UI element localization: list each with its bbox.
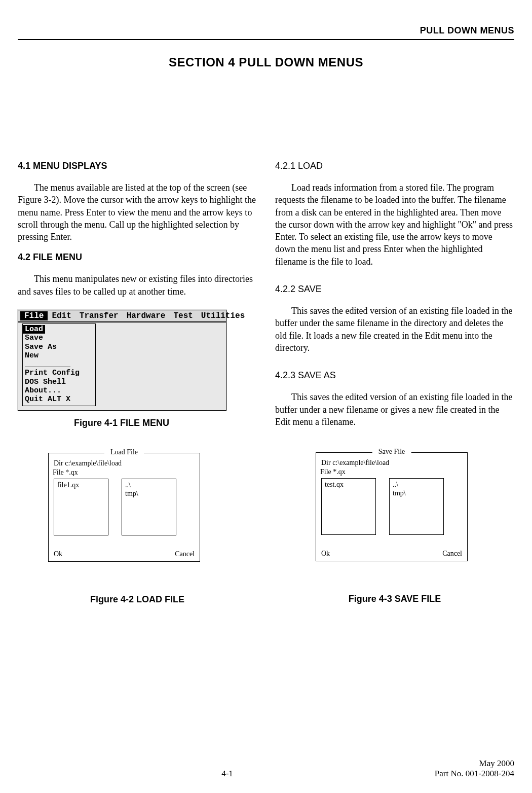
dropdown-quit: Quit ALT X xyxy=(25,395,93,404)
dropdown-save-as: Save As xyxy=(25,343,93,351)
heading-4-2-3: 4.2.3 SAVE AS xyxy=(275,370,514,381)
load-cancel-button: Cancel xyxy=(175,550,195,558)
running-header: PULL DOWN MENUS xyxy=(18,25,514,36)
load-file-panes: file1.qx ..\ tmp\ xyxy=(54,479,195,535)
footer-date: May 2000 xyxy=(435,759,514,769)
save-dir-item-1: ..\ xyxy=(393,481,440,489)
figure-4-1-caption: Figure 4-1 FILE MENU xyxy=(18,418,225,428)
menu-utilities: Utilities xyxy=(197,311,249,320)
save-dir-list-pane: ..\ tmp\ xyxy=(389,478,444,535)
menu-hardware: Hardware xyxy=(123,311,170,320)
heading-4-2: 4.2 FILE MENU xyxy=(18,252,257,263)
page-footer: .. 4-1 May 2000 Part No. 001-2008-204 xyxy=(18,759,514,779)
dropdown-new: New xyxy=(25,351,93,360)
dropdown-print-config: Print Config xyxy=(25,369,93,377)
footer-right: May 2000 Part No. 001-2008-204 xyxy=(435,759,514,779)
load-file-dialog: Load File Dir c:\example\file\load File … xyxy=(48,453,200,562)
load-file-buttons: Ok Cancel xyxy=(54,550,195,558)
paragraph-4-2: This menu manipulates new or existing fi… xyxy=(18,273,257,298)
load-file-dir: Dir c:\example\file\load xyxy=(54,459,195,467)
paragraph-4-2-2: This saves the edited version of an exis… xyxy=(275,305,514,354)
menu-transfer: Transfer xyxy=(75,311,123,320)
heading-4-1: 4.1 MENU DISPLAYS xyxy=(18,161,257,171)
right-column: 4.2.1 LOAD Load reads information from a… xyxy=(275,161,514,605)
save-file-dialog: Save File Dir c:\example\file\load File … xyxy=(316,452,468,561)
left-column: 4.1 MENU DISPLAYS The menus available ar… xyxy=(18,161,257,605)
footer-partno: Part No. 001-2008-204 xyxy=(435,769,514,779)
two-column-layout: 4.1 MENU DISPLAYS The menus available ar… xyxy=(18,161,514,605)
save-cancel-button: Cancel xyxy=(442,550,462,558)
load-ok-button: Ok xyxy=(54,550,62,558)
save-file-item-1: test.qx xyxy=(325,481,372,489)
dropdown-save: Save xyxy=(25,334,93,342)
save-file-list-pane: test.qx xyxy=(321,478,376,535)
paragraph-4-2-1: Load reads information from a stored fil… xyxy=(275,182,514,268)
save-file-dir: Dir c:\example\file\load xyxy=(321,459,462,467)
menu-test: Test xyxy=(169,311,197,320)
load-file-title: Load File xyxy=(104,448,144,456)
save-file-label: File *.qx xyxy=(320,468,462,476)
figure-4-3-caption: Figure 4-3 SAVE FILE xyxy=(275,594,514,604)
load-file-list-pane: file1.qx xyxy=(54,479,108,535)
dropdown-dos-shell: DOS Shell xyxy=(25,378,93,386)
dos-menubar: File Edit Transfer Hardware Test Utiliti… xyxy=(18,310,226,322)
load-dir-list-pane: ..\ tmp\ xyxy=(122,479,176,535)
figure-4-2-wrap: Load File Dir c:\example\file\load File … xyxy=(48,453,226,562)
menu-edit: Edit xyxy=(48,311,75,320)
load-file-item-1: file1.qx xyxy=(57,481,105,490)
dropdown-load: Load xyxy=(23,325,45,334)
load-file-label: File *.qx xyxy=(53,468,195,477)
paragraph-4-2-3: This saves the edited version of an exis… xyxy=(275,391,514,428)
save-dir-item-2: tmp\ xyxy=(393,489,440,498)
save-file-panes: test.qx ..\ tmp\ xyxy=(321,478,462,535)
page-number: 4-1 xyxy=(20,769,435,779)
load-dir-item-2: tmp\ xyxy=(125,490,173,498)
heading-4-2-2: 4.2.2 SAVE xyxy=(275,284,514,295)
figure-4-1: File Edit Transfer Hardware Test Utiliti… xyxy=(18,310,226,411)
heading-4-2-1: 4.2.1 LOAD xyxy=(275,161,514,171)
load-dir-item-1: ..\ xyxy=(125,481,173,490)
dropdown-about: About... xyxy=(25,386,93,395)
dropdown-separator: __________ xyxy=(25,360,93,369)
section-title: SECTION 4 PULL DOWN MENUS xyxy=(18,55,514,69)
save-file-buttons: Ok Cancel xyxy=(321,550,462,558)
menu-file: File xyxy=(20,311,48,320)
figure-4-3-wrap: Save File Dir c:\example\file\load File … xyxy=(316,452,494,561)
save-ok-button: Ok xyxy=(321,550,330,558)
header-rule xyxy=(18,39,514,40)
save-file-title: Save File xyxy=(372,448,411,456)
figure-4-2-caption: Figure 4-2 LOAD FILE xyxy=(18,594,257,605)
dos-file-dropdown: Load Save Save As New __________ Print C… xyxy=(22,323,96,406)
paragraph-4-1: The menus available are listed at the to… xyxy=(18,182,257,243)
